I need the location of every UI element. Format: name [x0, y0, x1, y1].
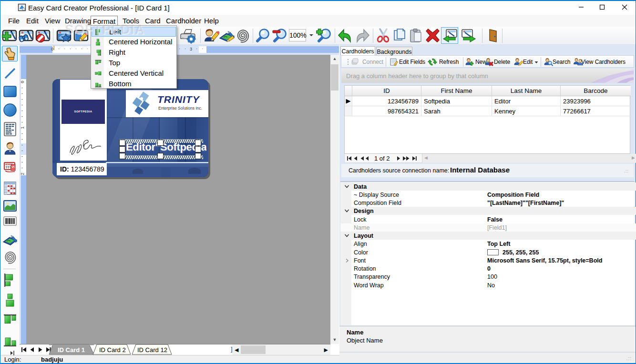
svg-text:???: ???: [5, 166, 11, 169]
